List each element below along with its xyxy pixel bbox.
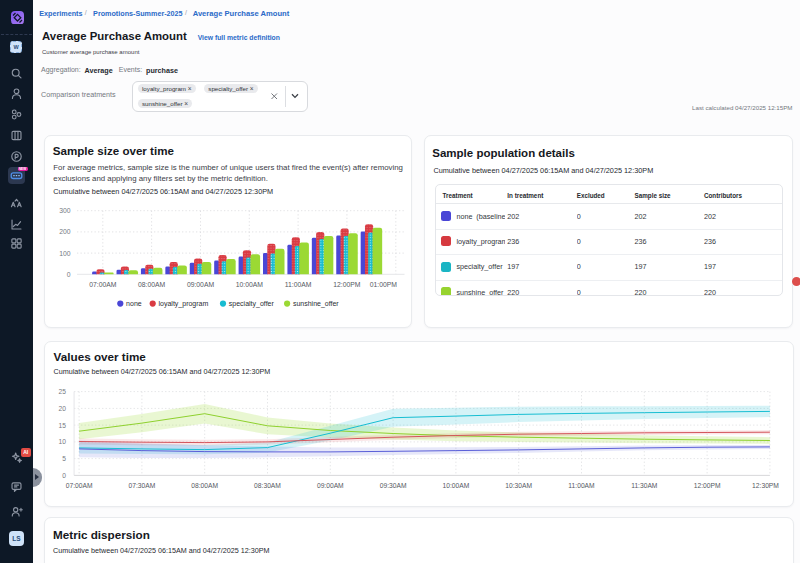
svg-text:0: 0 <box>62 472 66 479</box>
svg-text:07:30AM: 07:30AM <box>128 482 155 489</box>
svg-text:08:00AM: 08:00AM <box>137 281 165 288</box>
svg-text:07:00AM: 07:00AM <box>65 482 92 489</box>
svg-text:15: 15 <box>58 422 66 429</box>
svg-text:08:00AM: 08:00AM <box>191 482 218 489</box>
svg-text:09:00AM: 09:00AM <box>316 482 343 489</box>
svg-text:10: 10 <box>58 438 66 445</box>
svg-text:11:30AM: 11:30AM <box>631 482 658 489</box>
svg-text:100: 100 <box>59 250 71 257</box>
svg-text:200: 200 <box>59 228 71 235</box>
svg-text:specialty_offer: specialty_offer <box>229 300 275 308</box>
svg-text:11:00AM: 11:00AM <box>568 482 595 489</box>
svg-text:10:00AM: 10:00AM <box>235 281 263 288</box>
svg-text:09:00AM: 09:00AM <box>186 281 214 288</box>
svg-text:08:30AM: 08:30AM <box>254 482 281 489</box>
svg-text:none: none <box>126 300 142 307</box>
svg-text:12:00PM: 12:00PM <box>333 281 361 288</box>
svg-text:10:00AM: 10:00AM <box>442 482 469 489</box>
svg-text:07:00AM: 07:00AM <box>89 281 117 288</box>
svg-text:01:00PM: 01:00PM <box>369 281 397 288</box>
svg-text:12:00PM: 12:00PM <box>693 482 720 489</box>
svg-text:sunshine_offer: sunshine_offer <box>293 300 339 308</box>
svg-text:5: 5 <box>62 455 66 462</box>
svg-text:09:30AM: 09:30AM <box>379 482 406 489</box>
svg-text:20: 20 <box>58 405 66 412</box>
svg-text:11:00AM: 11:00AM <box>284 281 311 288</box>
svg-text:300: 300 <box>59 207 71 214</box>
svg-text:12:30PM: 12:30PM <box>752 482 779 489</box>
svg-text:25: 25 <box>58 388 66 395</box>
svg-text:0: 0 <box>66 271 70 278</box>
svg-text:10:30AM: 10:30AM <box>505 482 532 489</box>
svg-text:loyalty_program: loyalty_program <box>159 300 209 308</box>
